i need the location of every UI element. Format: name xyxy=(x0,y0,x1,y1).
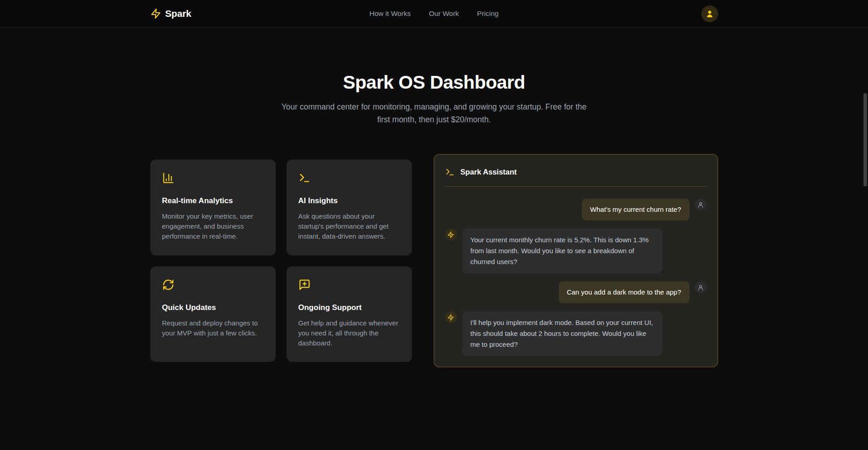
feature-card-ai-insights: AI Insights Ask questions about your sta… xyxy=(287,160,412,255)
feature-title: Ongoing Support xyxy=(298,303,400,312)
feature-description: Ask questions about your startup's perfo… xyxy=(298,211,400,242)
spark-assistant-panel: Spark Assistant What's my current churn … xyxy=(434,154,718,367)
chat-message-assistant: Your current monthly churn rate is 5.2%.… xyxy=(445,229,707,273)
assistant-message-bubble: I'll help you implement dark mode. Based… xyxy=(462,311,662,356)
scrollbar-thumb[interactable] xyxy=(863,93,867,186)
feature-grid: Real-time Analytics Monitor your key met… xyxy=(150,160,412,362)
user-avatar xyxy=(695,199,707,210)
chat-message-user: What's my current churn rate? xyxy=(445,199,707,220)
assistant-message-bubble: Your current monthly churn rate is 5.2%.… xyxy=(462,229,662,273)
feature-title: Real-time Analytics xyxy=(162,196,264,205)
chat-header: Spark Assistant xyxy=(445,165,707,177)
brand-logo[interactable]: Spark xyxy=(150,8,191,19)
brand-name: Spark xyxy=(165,8,191,19)
nav-link-pricing[interactable]: Pricing xyxy=(477,10,498,18)
nav-links: How it Works Our Work Pricing xyxy=(369,0,498,27)
nav-link-our-work[interactable]: Our Work xyxy=(429,10,459,18)
page-title: Spark OS Dashboard xyxy=(0,72,868,93)
feature-title: AI Insights xyxy=(298,196,400,205)
feature-card-realtime-analytics: Real-time Analytics Monitor your key met… xyxy=(150,160,276,255)
feature-card-ongoing-support: Ongoing Support Get help and guidance wh… xyxy=(287,266,412,362)
zap-icon xyxy=(150,8,161,19)
zap-icon xyxy=(447,314,454,321)
chat-message-user: Can you add a dark mode to the app? xyxy=(445,281,707,303)
user-message-bubble: What's my current churn rate? xyxy=(582,199,689,220)
hero-section: Spark OS Dashboard Your command center f… xyxy=(0,72,868,126)
chat-divider xyxy=(445,186,707,187)
chat-title: Spark Assistant xyxy=(461,168,517,176)
message-square-plus-icon xyxy=(298,285,311,292)
zap-icon xyxy=(447,231,454,238)
user-message-bubble: Can you add a dark mode to the app? xyxy=(559,281,689,303)
user-icon xyxy=(697,201,704,208)
feature-description: Monitor your key metrics, user engagemen… xyxy=(162,211,264,242)
feature-description: Request and deploy changes to your MVP w… xyxy=(162,318,264,338)
chat-message-assistant: I'll help you implement dark mode. Based… xyxy=(445,311,707,356)
user-avatar xyxy=(695,281,707,293)
feature-card-quick-updates: Quick Updates Request and deploy changes… xyxy=(150,266,276,362)
terminal-icon xyxy=(445,167,455,177)
feature-title: Quick Updates xyxy=(162,303,264,312)
feature-description: Get help and guidance whenever you need … xyxy=(298,318,400,349)
nav-link-how-it-works[interactable]: How it Works xyxy=(369,10,411,18)
assistant-avatar xyxy=(445,229,457,240)
refresh-icon xyxy=(162,285,174,292)
account-avatar-button[interactable] xyxy=(701,5,718,22)
terminal-icon xyxy=(298,178,311,185)
top-nav: Spark How it Works Our Work Pricing xyxy=(0,0,868,28)
user-icon xyxy=(705,10,714,18)
user-icon xyxy=(697,284,704,291)
chat-messages: What's my current churn rate? xyxy=(445,199,707,356)
page-subtitle: Your command center for monitoring, mana… xyxy=(278,100,591,126)
bar-chart-icon xyxy=(162,178,174,185)
assistant-avatar xyxy=(445,311,457,323)
